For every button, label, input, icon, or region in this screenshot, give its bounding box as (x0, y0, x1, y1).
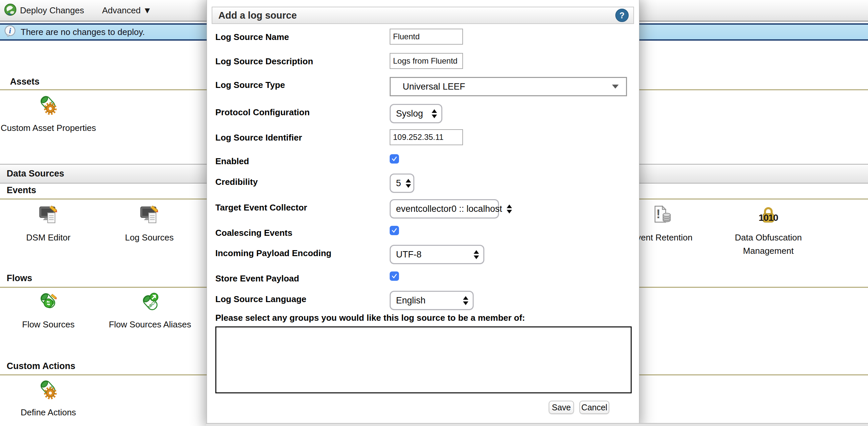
deploy-changes-label: Deploy Changes (20, 5, 84, 15)
section-title-events: Events (7, 185, 36, 196)
deploy-changes-button[interactable]: Deploy Changes (4, 3, 84, 17)
tile-log-sources[interactable]: Log Sources (100, 204, 199, 244)
svg-text:i: i (9, 26, 11, 35)
log-source-identifier-label: Log Source Identifier (215, 133, 302, 142)
protocol-configuration-value: Syslog (396, 108, 423, 119)
save-button[interactable]: Save (549, 401, 574, 414)
tag-gear-icon: ABCD (0, 379, 97, 402)
globe-deploy-icon (4, 3, 17, 17)
enabled-checkbox[interactable] (390, 154, 399, 164)
binary-lock-icon: 1010 (717, 204, 820, 227)
credibility-select[interactable]: 5 (390, 173, 414, 193)
log-source-identifier-input[interactable] (390, 129, 463, 145)
select-arrows-icon (507, 204, 512, 214)
coalescing-events-label: Coalescing Events (215, 228, 292, 238)
monitor-edit-icon (100, 204, 199, 227)
log-source-type-label: Log Source Type (215, 80, 285, 90)
incoming-payload-encoding-select[interactable]: UTF-8 (390, 245, 484, 264)
cancel-button[interactable]: Cancel (579, 401, 609, 414)
log-source-description-label: Log Source Description (215, 56, 313, 66)
section-title-assets: Assets (10, 76, 40, 87)
monitor-edit-icon (0, 204, 97, 227)
add-log-source-modal: Add a log source ? Log Source Name Log S… (207, 0, 639, 426)
svg-text:1010: 1010 (759, 212, 778, 223)
svg-text:!: ! (656, 207, 660, 221)
select-arrows-icon (474, 250, 479, 259)
tile-label: Flow Sources Aliases (100, 318, 200, 331)
tile-label: DSM Editor (0, 231, 97, 244)
protocol-configuration-select[interactable]: Syslog (390, 104, 442, 123)
tile-label: Log Sources (100, 231, 199, 244)
target-event-collector-value: eventcollector0 :: localhost (396, 204, 502, 214)
banner-message: There are no changes to deploy. (21, 27, 145, 37)
log-source-language-select[interactable]: English (390, 291, 474, 310)
protocol-configuration-label: Protocol Configuration (215, 107, 310, 117)
checkmark-icon (391, 273, 398, 280)
qradar-admin-screen: Deploy Changes Advanced ▼ i There are no… (0, 0, 868, 426)
select-arrows-icon (406, 179, 411, 188)
incoming-payload-encoding-label: Incoming Payload Encoding (215, 248, 331, 258)
select-arrows-icon (432, 109, 437, 118)
checkmark-icon (391, 156, 398, 162)
tile-label: Flow Sources (0, 318, 97, 331)
store-event-payload-checkbox[interactable] (390, 271, 399, 281)
info-bubble-icon: i (3, 25, 17, 39)
credibility-value: 5 (396, 178, 401, 189)
groups-prompt: Please select any groups you would like … (215, 313, 525, 323)
tile-flow-sources-aliases[interactable]: ABCD Flow Sources Aliases (100, 291, 200, 331)
store-event-payload-label: Store Event Payload (215, 273, 299, 284)
log-source-description-input[interactable] (390, 53, 463, 69)
enabled-label: Enabled (215, 156, 249, 166)
tile-label: Data Obfuscation Management (717, 231, 820, 258)
log-source-type-value: Universal LEEF (403, 81, 465, 92)
log-source-language-label: Log Source Language (215, 294, 306, 304)
log-source-type-dropdown[interactable]: Universal LEEF (390, 77, 627, 96)
section-title-data-sources: Data Sources (7, 168, 64, 179)
groups-listbox[interactable] (215, 326, 632, 393)
credibility-label: Credibility (215, 177, 258, 187)
question-mark-icon[interactable]: ? (615, 9, 629, 22)
target-event-collector-select[interactable]: eventcollector0 :: localhost (390, 199, 499, 219)
select-arrows-icon (463, 296, 468, 305)
tile-define-actions[interactable]: ABCD Define Actions (0, 379, 97, 419)
log-source-language-value: English (396, 295, 426, 306)
tag-sync-pencil-icon (0, 291, 97, 314)
tile-dsm-editor[interactable]: DSM Editor (0, 204, 97, 244)
checkmark-icon (391, 227, 398, 234)
tile-label: Define Actions (0, 406, 97, 419)
modal-title: Add a log source (218, 10, 297, 21)
tile-data-obfuscation[interactable]: 1010 Data Obfuscation Management (717, 204, 820, 258)
tag-gear-icon: ABCD (0, 95, 97, 117)
log-source-name-label: Log Source Name (215, 32, 289, 42)
advanced-menu-button[interactable]: Advanced ▼ (102, 5, 152, 15)
tile-custom-asset-properties[interactable]: ABCD Custom Asset Properties (0, 95, 97, 135)
bottom-edge-strip (206, 423, 868, 426)
modal-header: Add a log source ? (212, 7, 634, 24)
section-title-custom-actions: Custom Actions (7, 361, 75, 371)
tile-label: Custom Asset Properties (0, 121, 97, 135)
coalescing-events-checkbox[interactable] (390, 226, 399, 235)
tag-arrow-icon: ABCD (100, 291, 200, 314)
chevron-down-icon (612, 85, 619, 89)
section-title-flows: Flows (7, 273, 32, 284)
target-event-collector-label: Target Event Collector (215, 202, 307, 212)
incoming-payload-encoding-value: UTF-8 (396, 250, 422, 260)
log-source-name-input[interactable] (390, 29, 463, 45)
tile-flow-sources[interactable]: Flow Sources (0, 291, 97, 331)
